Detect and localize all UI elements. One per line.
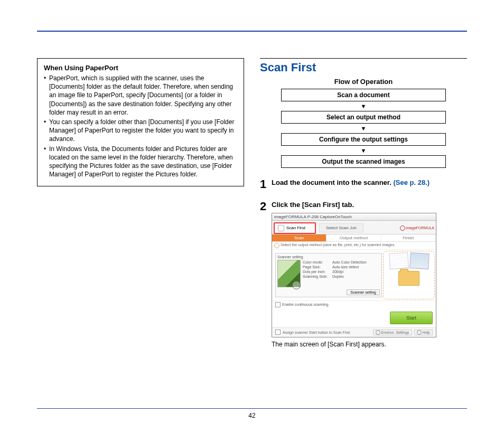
tab-select-scan-job[interactable]: Select Scan Job [319,223,363,232]
tab-select-scan-job-label: Select Scan Job [326,226,357,230]
step-number: 1 [260,179,267,190]
toolbar-output-method[interactable]: Output method [326,234,381,241]
folder-icon [398,271,419,286]
setting-label: Scanning Side: [303,274,329,279]
image-stack-icon [409,252,430,269]
paperport-bullets: PaperPort, which is supplied with the sc… [44,74,237,179]
settings-list: Color mode:Auto Color Detection Page Siz… [303,260,367,287]
checkbox-icon[interactable] [275,330,281,335]
tab-scan-first-label: Scan First [286,226,305,230]
flow-diagram: Scan a document ▼ Select an output metho… [260,89,467,168]
step-1: 1 Load the document into the scanner. (S… [260,179,467,190]
setting-value: Auto Color Detection [332,260,367,265]
scan-first-screenshot: imageFORMULA P-208 CaptureOnTouch Scan F… [272,213,436,337]
environ-settings-label: Environ. Settings [381,331,409,334]
page-number: 42 [0,412,504,419]
setting-label: Page Size: [303,265,329,269]
help-button[interactable]: Help [414,330,433,335]
document-stack-icon [388,252,408,269]
logo-swirl-icon [400,226,405,231]
step-2: 2 Click the [Scan First] tab. imageFORMU… [260,201,467,348]
list-item: PaperPort, which is supplied with the sc… [44,74,237,117]
hand-icon [278,225,284,231]
flow-title: Flow of Operation [260,78,467,86]
scanner-setting-title: Scanner setting [277,255,380,259]
step-number: 2 [260,201,267,212]
bottom-rule [37,408,467,409]
scanner-setting-panel: Scanner setting Color mode:Auto Color De… [275,253,382,297]
continuous-scan-row[interactable]: Enable continuous scanning [272,300,436,308]
tab-scan-first[interactable]: Scan First [274,222,316,234]
setting-value: 200dpi [332,269,343,274]
scanner-setting-button[interactable]: Scanner setting [347,289,380,295]
hint-bar: Select the output method (save as file, … [272,242,436,250]
chevron-down-icon: ▼ [361,103,367,109]
gear-icon [376,330,380,335]
footer-assign-label: Assign scanner Start button to Scan Firs… [283,331,350,334]
environ-settings-button[interactable]: Environ. Settings [373,330,412,335]
setting-value: Auto-size detect [332,265,359,269]
info-icon [274,243,279,248]
top-rule [37,31,467,32]
paperport-note-box: When Using PaperPort PaperPort, which is… [37,58,244,186]
step-2-text: Click the [Scan First] tab. [272,201,467,210]
left-column: When Using PaperPort PaperPort, which is… [37,58,244,348]
continuous-scan-label: Enable continuous scanning [282,303,329,306]
start-button[interactable]: Start [390,312,433,324]
flow-step-2: Select an output method [281,111,446,124]
tab-bar: Scan First Select Scan Job imageFORMULA [272,221,436,234]
section-title: Scan First [260,58,467,74]
list-item: You can specify a folder other than [Doc… [44,118,237,144]
chevron-down-icon: ▼ [361,125,367,132]
setting-value: Duplex [332,274,344,279]
setting-label: Color mode: [303,260,329,265]
step-1-text: Load the document into the scanner. [272,179,393,186]
step-1-link[interactable]: (See p. 28.) [393,179,430,186]
window-title: imageFORMULA P-208 CaptureOnTouch [272,213,436,221]
flow-step-1: Scan a document [281,89,446,101]
right-column: Scan First Flow of Operation Scan a docu… [260,58,467,348]
brand-label: imageFORMULA [406,226,434,230]
toolbar-scan[interactable]: Scan [272,234,326,241]
brand-logo: imageFORMULA [400,226,434,231]
flow-step-3: Configure the output settings [281,133,446,146]
step-toolbar: Scan Output method Finish [272,234,436,242]
output-preview [385,253,433,297]
flow-step-4: Output the scanned images [281,155,446,168]
magnifier-icon[interactable] [292,281,301,289]
help-icon [417,330,422,335]
toolbar-finish[interactable]: Finish [381,234,436,241]
chevron-down-icon: ▼ [361,147,367,154]
hint-text: Select the output method (save as file, … [281,243,395,248]
checkbox-icon[interactable] [275,302,281,307]
help-label: Help [423,331,430,334]
footer-bar: Assign scanner Start button to Scan Firs… [272,327,436,337]
paperport-note-title: When Using PaperPort [44,64,237,72]
list-item: In Windows Vista, the Documents folder a… [44,145,237,179]
setting-label: Dots per inch: [303,269,329,274]
screenshot-caption: The main screen of [Scan First] appears. [272,341,467,348]
